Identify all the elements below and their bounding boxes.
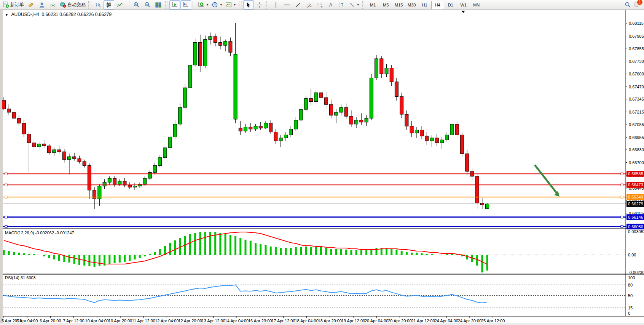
macd-histogram-bar: [280, 248, 282, 255]
candlestick: [229, 42, 232, 52]
candlestick: [158, 158, 162, 166]
timeframe-button-M30[interactable]: M30: [405, 1, 418, 9]
new-order-label: 新订单: [10, 2, 24, 8]
horizontal-line-tool-button[interactable]: [282, 0, 292, 10]
line-chart-mode-button[interactable]: [115, 0, 125, 10]
cursor-tool-button[interactable]: [243, 0, 254, 10]
candlestick: [128, 185, 131, 187]
line-anchor-handle[interactable]: [5, 216, 7, 218]
crosshair-tool-button[interactable]: [254, 0, 265, 10]
auto-scroll-icon: [172, 2, 178, 8]
line-anchor-handle[interactable]: [5, 226, 7, 228]
price-axis-tick-label: 0.67215: [629, 110, 644, 114]
candlestick: [314, 93, 318, 101]
macd-histogram-bar: [114, 255, 116, 263]
tile-windows-button[interactable]: [153, 0, 164, 10]
candlestick: [475, 176, 479, 203]
toolbar-right-group: 1: [625, 1, 642, 9]
candlestick: [344, 107, 348, 116]
fibonacci-tool-button[interactable]: F: [315, 0, 325, 10]
candlestick-mode-button[interactable]: [104, 0, 114, 10]
macd-histogram-bar: [486, 255, 488, 271]
zoom-in-button[interactable]: [131, 0, 142, 10]
zoom-out-icon: [144, 2, 151, 8]
price-badge-label: 0.66050: [628, 224, 643, 229]
line-anchor-handle[interactable]: [5, 184, 7, 186]
timeframe-button-D1[interactable]: D1: [444, 1, 457, 9]
notifications-button[interactable]: 1: [633, 1, 640, 9]
timeframe-button-M5[interactable]: M5: [379, 1, 392, 9]
macd-histogram-bar: [476, 255, 478, 266]
trading-platform-window: 新订单 自动交易: [0, 0, 644, 325]
text-label-tool-button[interactable]: T: [337, 0, 348, 10]
candlestick: [113, 178, 116, 184]
bottom-status-strip: [0, 323, 644, 325]
templates-button[interactable]: ▼: [224, 0, 238, 10]
macd-histogram-bar: [401, 251, 403, 255]
signals-button[interactable]: [48, 0, 58, 10]
macd-histogram-bar: [219, 233, 221, 255]
line-anchor-handle[interactable]: [621, 216, 623, 218]
market-watch-button[interactable]: [26, 0, 36, 10]
vertical-line-tool-button[interactable]: [271, 0, 281, 10]
macd-histogram-bar: [431, 254, 433, 255]
candlestick: [7, 109, 11, 112]
chart-window[interactable]: 0.681150.679850.678550.677300.676000.674…: [0, 10, 644, 325]
line-anchor-handle[interactable]: [621, 184, 623, 186]
candlestick: [324, 98, 328, 104]
candlestick: [209, 37, 212, 40]
macd-histogram-bar: [391, 249, 392, 255]
macd-histogram-bar: [159, 249, 161, 255]
arrows-tool-button[interactable]: ▼: [348, 0, 361, 10]
line-anchor-handle[interactable]: [621, 173, 623, 175]
timeframe-button-M1[interactable]: M1: [367, 1, 379, 9]
macd-histogram-bar: [149, 254, 151, 255]
macd-axis-label: 0.00: [628, 253, 636, 257]
text-tool-button[interactable]: A: [326, 0, 336, 10]
new-order-button[interactable]: 新订单: [2, 0, 25, 10]
line-anchor-handle[interactable]: [5, 196, 7, 198]
auto-trading-label: 自动交易: [67, 2, 86, 8]
line-anchor-handle[interactable]: [5, 173, 7, 175]
timeframe-button-MN[interactable]: MN: [470, 1, 483, 9]
periods-button[interactable]: ▼: [210, 0, 224, 10]
zoom-in-icon: [133, 2, 140, 8]
price-axis-tick-label: 0.66955: [629, 135, 644, 140]
timeframe-button-H1[interactable]: H1: [418, 1, 431, 9]
auto-trading-button[interactable]: 自动交易: [59, 0, 87, 10]
add-indicator-button[interactable]: ▼: [197, 0, 210, 10]
auto-scroll-button[interactable]: [169, 0, 180, 10]
candlestick: [17, 118, 21, 123]
toolbar-separator: [127, 1, 129, 9]
candlestick: [37, 144, 41, 147]
candlestick: [133, 186, 137, 187]
accounts-button[interactable]: [37, 0, 47, 10]
zoom-out-button[interactable]: [142, 0, 153, 10]
timeframe-button-M15[interactable]: M15: [392, 1, 405, 9]
line-anchor-handle[interactable]: [621, 226, 623, 228]
candlestick: [234, 54, 237, 119]
macd-histogram-bar: [124, 255, 126, 262]
timeframe-button-W1[interactable]: W1: [457, 1, 470, 9]
trendline-icon: [295, 2, 301, 8]
candlestick: [88, 165, 91, 190]
candlestick: [12, 112, 16, 118]
macd-histogram-bar: [255, 243, 257, 255]
chart-canvas[interactable]: 0.681150.679850.678550.677300.676000.674…: [0, 10, 644, 325]
candlestick: [304, 99, 308, 109]
macd-histogram-bar: [234, 236, 236, 255]
toolbar-separator: [266, 1, 269, 9]
candlestick: [83, 162, 86, 165]
candlestick: [244, 127, 247, 131]
macd-histogram-bar: [330, 249, 332, 255]
line-anchor-handle[interactable]: [621, 196, 623, 198]
candlestick: [274, 132, 277, 141]
channel-tool-button[interactable]: E: [304, 0, 314, 10]
timeframe-button-H4[interactable]: H4: [431, 1, 444, 9]
trendline-tool-button[interactable]: [293, 0, 303, 10]
bar-chart-mode-button[interactable]: [92, 0, 103, 10]
chart-shift-button[interactable]: [180, 0, 191, 10]
candlestick: [173, 124, 177, 137]
candlestick: [450, 124, 454, 135]
search-icon[interactable]: [625, 2, 631, 8]
